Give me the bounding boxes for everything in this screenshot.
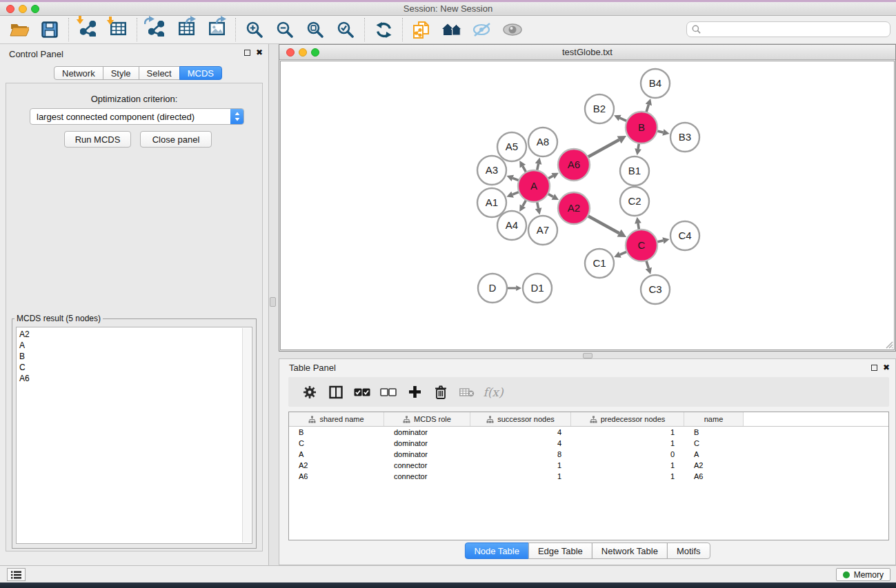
table-cell[interactable]: B [289, 427, 384, 438]
table-cell[interactable]: C [684, 438, 744, 449]
show-details-button[interactable] [497, 18, 528, 41]
add-row-button[interactable] [401, 385, 428, 398]
import-table-button[interactable] [103, 18, 133, 41]
table-cell[interactable]: 4 [470, 438, 571, 449]
table-cell[interactable]: 1 [571, 471, 684, 482]
close-panel-icon[interactable]: ✖ [883, 363, 890, 372]
graph-node-A1[interactable]: A1 [477, 188, 506, 217]
graph-node-A5[interactable]: A5 [497, 132, 526, 161]
table-cell[interactable]: C [289, 438, 384, 449]
graph-node-A7[interactable]: A7 [528, 216, 557, 245]
maximize-network-button[interactable] [311, 48, 319, 57]
search-input[interactable] [686, 21, 890, 37]
criterion-select[interactable]: largest connected component (directed) [30, 108, 244, 125]
close-panel-button[interactable]: Close panel [140, 131, 212, 148]
clone-network-button[interactable] [406, 18, 437, 41]
table-cell[interactable]: A2 [684, 460, 744, 471]
delete-row-button[interactable] [428, 385, 454, 399]
graph-node-A4[interactable]: A4 [497, 211, 526, 240]
refresh-view-button[interactable] [368, 18, 399, 41]
mcds-result-item[interactable]: C [19, 362, 252, 373]
maximize-window-button[interactable] [31, 5, 39, 13]
table-cell[interactable]: B [684, 427, 744, 438]
graph-node-C3[interactable]: C3 [641, 275, 670, 304]
tab-motifs[interactable]: Motifs [667, 543, 710, 559]
table-cell[interactable]: A6 [684, 471, 744, 482]
export-network-button[interactable] [141, 18, 171, 41]
task-history-button[interactable] [7, 568, 26, 581]
graph-node-A6[interactable]: A6 [558, 149, 590, 181]
close-network-button[interactable] [286, 48, 295, 57]
tab-network[interactable]: Network [54, 66, 103, 80]
close-window-button[interactable] [6, 5, 14, 13]
graph-node-B4[interactable]: B4 [641, 69, 670, 98]
table-cell[interactable]: 0 [571, 449, 684, 460]
table-cell[interactable]: A6 [289, 471, 384, 482]
float-panel-icon[interactable] [871, 365, 877, 371]
apply-function-button[interactable]: f(x) [480, 385, 506, 399]
graph-node-C2[interactable]: C2 [620, 187, 649, 216]
network-canvas[interactable]: B4B2BB3A8A5A6A3B1AC2A1A2A4A7C4CC1DD1C3 [280, 61, 895, 350]
graph-node-A8[interactable]: A8 [528, 128, 557, 156]
resize-grip-icon[interactable] [885, 341, 893, 349]
minimize-window-button[interactable] [19, 5, 27, 13]
vertical-split-handle[interactable] [270, 297, 276, 307]
tab-select[interactable]: Select [139, 66, 180, 80]
graph-node-A3[interactable]: A3 [477, 156, 506, 185]
horizontal-split-handle[interactable] [583, 353, 593, 358]
minimize-network-button[interactable] [299, 48, 307, 57]
zoom-selected-button[interactable] [330, 18, 361, 41]
graph-node-C[interactable]: C [626, 230, 657, 261]
hide-details-button[interactable] [467, 18, 497, 41]
network-window-titlebar[interactable]: testGlobe.txt [279, 45, 895, 60]
column-header-name[interactable]: name [684, 412, 744, 426]
table-row[interactable]: A2connector11A2 [289, 460, 888, 471]
table-cell[interactable]: 1 [571, 438, 684, 449]
table-cell[interactable]: dominator [384, 449, 470, 460]
table-cell[interactable]: A [289, 449, 384, 460]
delete-table-button[interactable] [454, 387, 480, 397]
close-panel-icon[interactable]: ✖ [256, 48, 263, 57]
export-table-button[interactable] [171, 18, 201, 41]
zoom-fit-button[interactable] [300, 18, 330, 41]
graph-node-C4[interactable]: C4 [670, 221, 699, 250]
zoom-in-button[interactable] [239, 18, 270, 41]
home-view-button[interactable] [437, 18, 467, 41]
mcds-result-item[interactable]: A6 [19, 373, 252, 384]
table-cell[interactable]: 1 [571, 427, 684, 438]
table-cell[interactable]: 1 [470, 471, 571, 482]
table-cell[interactable]: connector [384, 460, 470, 471]
mcds-result-item[interactable]: A [19, 340, 252, 351]
graph-node-B1[interactable]: B1 [620, 156, 649, 185]
table-cell[interactable]: A2 [289, 460, 384, 471]
graph-node-B3[interactable]: B3 [670, 123, 699, 152]
graph-node-B2[interactable]: B2 [585, 94, 614, 123]
tab-style[interactable]: Style [103, 66, 139, 80]
save-session-button[interactable] [34, 18, 65, 41]
table-cell[interactable]: connector [384, 471, 470, 482]
table-row[interactable]: Bdominator41B [289, 427, 888, 438]
column-header-successor-nodes[interactable]: successor nodes [470, 412, 571, 426]
column-header-predecessor-nodes[interactable]: predecessor nodes [571, 412, 684, 426]
export-image-button[interactable] [201, 18, 232, 41]
open-session-button[interactable] [4, 18, 34, 41]
table-settings-button[interactable] [297, 385, 323, 399]
table-cell[interactable]: 1 [571, 460, 684, 471]
graph-node-B[interactable]: B [626, 112, 657, 143]
table-cell[interactable]: dominator [384, 427, 470, 438]
tab-edge-table[interactable]: Edge Table [528, 543, 593, 559]
column-header-shared-name[interactable]: shared name [289, 412, 384, 426]
graph-node-D1[interactable]: D1 [523, 274, 552, 303]
deselect-all-button[interactable] [375, 388, 401, 396]
run-mcds-button[interactable]: Run MCDS [64, 131, 131, 148]
tab-mcds[interactable]: MCDS [179, 66, 222, 80]
zoom-out-button[interactable] [270, 18, 300, 41]
table-cell[interactable]: A [684, 449, 744, 460]
table-row[interactable]: Adominator80A [289, 449, 888, 460]
graph-node-D[interactable]: D [478, 274, 507, 303]
memory-button[interactable]: Memory [836, 568, 890, 581]
tab-network-table[interactable]: Network Table [592, 543, 668, 559]
float-panel-icon[interactable] [244, 50, 250, 56]
table-row[interactable]: Cdominator41C [289, 438, 888, 449]
table-cell[interactable]: 8 [470, 449, 571, 460]
